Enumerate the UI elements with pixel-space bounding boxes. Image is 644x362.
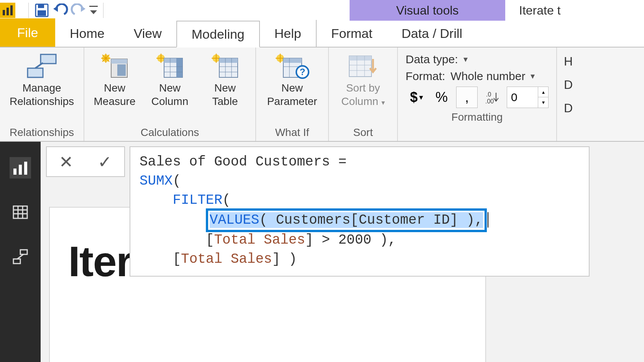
svg-rect-2 bbox=[10, 5, 13, 15]
file-tab[interactable]: File bbox=[0, 18, 55, 47]
chevron-down-icon[interactable]: ▾ bbox=[463, 54, 468, 64]
tab-label: View bbox=[134, 26, 162, 41]
tab-home[interactable]: Home bbox=[55, 20, 119, 47]
dax-text: ( Customers[Customer ID] ), bbox=[259, 212, 483, 228]
sort-by-column-button[interactable]: Sort by Column ▾ bbox=[334, 51, 392, 108]
dax-text: > 2000 ), bbox=[314, 232, 396, 248]
button-label: Manage Relationships bbox=[10, 81, 74, 108]
dax-measure: Total Sales bbox=[214, 232, 305, 248]
button-label: Sort by Column ▾ bbox=[341, 81, 384, 108]
group-relationships: Manage Relationships Relationships bbox=[0, 48, 84, 141]
app-logo bbox=[0, 3, 15, 18]
model-view-button[interactable] bbox=[10, 246, 31, 267]
button-label: New Parameter bbox=[267, 81, 317, 108]
svg-rect-1 bbox=[7, 8, 9, 15]
svg-rect-8 bbox=[28, 68, 43, 77]
group-label: Sort bbox=[353, 125, 373, 141]
svg-rect-54 bbox=[24, 162, 27, 175]
manage-relationships-button[interactable]: Manage Relationships bbox=[5, 51, 78, 108]
svg-rect-16 bbox=[117, 64, 126, 76]
chevron-down-icon[interactable]: ▾ bbox=[531, 71, 535, 81]
svg-rect-53 bbox=[19, 165, 22, 175]
decimal-places-icon: .0 .00 bbox=[481, 87, 503, 108]
qat-customize-button[interactable] bbox=[88, 1, 99, 20]
data-view-button[interactable] bbox=[10, 201, 31, 223]
decimal-places-input[interactable]: 0 ▴ ▾ bbox=[507, 87, 549, 108]
tab-label: Help bbox=[274, 26, 301, 41]
svg-rect-39 bbox=[283, 58, 302, 63]
cancel-formula-button[interactable]: ✕ bbox=[54, 152, 79, 172]
tab-data-drill[interactable]: Data / Drill bbox=[387, 20, 477, 47]
svg-rect-60 bbox=[20, 250, 27, 254]
selection-highlight: VALUES( Customers[Customer ID] ), bbox=[206, 208, 487, 232]
dax-text: Sales of Good Customers = bbox=[140, 154, 347, 170]
new-parameter-button[interactable]: ? New Parameter bbox=[261, 51, 323, 108]
button-label: New Measure bbox=[94, 81, 136, 108]
group-label: Formatting bbox=[406, 108, 549, 126]
button-label: New Table bbox=[212, 81, 238, 108]
svg-rect-55 bbox=[13, 206, 27, 218]
spin-up-button[interactable]: ▴ bbox=[538, 87, 548, 97]
svg-rect-52 bbox=[13, 169, 16, 175]
tab-view[interactable]: View bbox=[119, 20, 176, 47]
new-table-button[interactable]: New Table bbox=[200, 51, 250, 108]
report-view-button[interactable] bbox=[10, 157, 31, 179]
svg-rect-4 bbox=[38, 4, 44, 8]
percent-format-button[interactable]: % bbox=[431, 87, 452, 108]
group-label: Relationships bbox=[10, 125, 74, 141]
tab-label: Data / Drill bbox=[401, 26, 462, 41]
svg-rect-6 bbox=[89, 6, 98, 7]
svg-text:.00: .00 bbox=[485, 98, 494, 105]
dax-measure: Total Sales bbox=[181, 251, 272, 267]
report-canvas[interactable]: Iter ✕ ✓ Sales of Good Customers = SUMX(… bbox=[41, 142, 644, 362]
contextual-tab-label: Visual tools bbox=[396, 3, 458, 18]
stub-text: D bbox=[564, 78, 573, 92]
format-value[interactable]: Whole number bbox=[450, 70, 525, 83]
new-column-button[interactable]: New Column bbox=[145, 51, 195, 108]
svg-rect-30 bbox=[219, 58, 238, 63]
formula-bar-buttons: ✕ ✓ bbox=[46, 146, 125, 177]
separator bbox=[28, 3, 29, 18]
datatype-label: Data type: bbox=[406, 53, 458, 66]
svg-rect-22 bbox=[176, 58, 182, 77]
button-label: New Column bbox=[151, 81, 188, 108]
tab-format[interactable]: Format bbox=[317, 20, 387, 47]
svg-rect-0 bbox=[3, 10, 5, 15]
svg-rect-61 bbox=[13, 259, 20, 264]
dax-function: VALUES bbox=[210, 212, 260, 228]
decimal-places-value: 0 bbox=[507, 91, 538, 104]
ribbon-tabs: File Home View Modeling Help Format Data… bbox=[0, 21, 644, 48]
save-button[interactable] bbox=[33, 1, 51, 20]
text-cursor bbox=[488, 212, 488, 228]
ribbon-overflow: H D D bbox=[557, 48, 573, 141]
svg-text:?: ? bbox=[300, 67, 306, 77]
quick-access-toolbar: Visual tools Iterate t bbox=[0, 0, 644, 21]
tab-label: Home bbox=[70, 26, 105, 41]
tab-modeling[interactable]: Modeling bbox=[176, 21, 260, 48]
main-area: Iter ✕ ✓ Sales of Good Customers = SUMX(… bbox=[0, 142, 644, 362]
separator bbox=[103, 3, 104, 18]
group-label: Calculations bbox=[141, 125, 199, 141]
format-label: Format: bbox=[406, 70, 445, 83]
tab-help[interactable]: Help bbox=[260, 20, 316, 47]
dax-function: FILTER bbox=[172, 192, 222, 208]
svg-rect-45 bbox=[349, 56, 371, 61]
contextual-tab-header: Visual tools bbox=[350, 0, 505, 21]
tab-label: Modeling bbox=[192, 27, 245, 42]
tab-label: Format bbox=[331, 26, 373, 41]
new-measure-button[interactable]: New Measure bbox=[90, 51, 140, 108]
currency-format-button[interactable]: $ ▾ bbox=[406, 87, 427, 108]
redo-button[interactable] bbox=[69, 1, 88, 20]
svg-rect-7 bbox=[41, 54, 56, 64]
group-label: What If bbox=[275, 125, 309, 141]
dax-editor[interactable]: Sales of Good Customers = SUMX( FILTER( … bbox=[130, 146, 590, 277]
spin-down-button[interactable]: ▾ bbox=[538, 97, 548, 108]
group-whatif: ? New Parameter What If bbox=[256, 48, 329, 141]
ribbon: Manage Relationships Relationships New M… bbox=[0, 48, 644, 142]
commit-formula-button[interactable]: ✓ bbox=[92, 152, 117, 172]
undo-button[interactable] bbox=[51, 1, 69, 20]
stub-text: H bbox=[564, 54, 573, 69]
thousands-separator-button[interactable]: , bbox=[456, 87, 478, 108]
dax-function: SUMX bbox=[140, 173, 172, 189]
svg-rect-15 bbox=[111, 59, 127, 64]
